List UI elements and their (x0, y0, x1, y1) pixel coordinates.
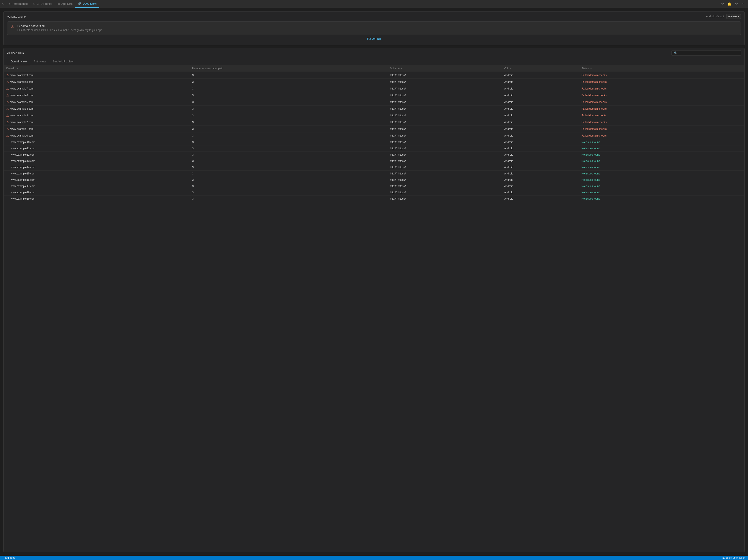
table-row[interactable]: www.example11.com3http://, https://Andro… (4, 145, 744, 151)
domain-value: www.example9.com (10, 74, 33, 77)
cell-domain: ⚠www.example7.com (4, 85, 190, 92)
cell-os: Android (501, 151, 579, 158)
error-icon: ⚠ (6, 107, 9, 111)
cell-domain: www.example14.com (4, 164, 190, 170)
settings-button[interactable]: ⚙ (719, 1, 725, 7)
table-row[interactable]: www.example10.com3http://, https://Andro… (4, 139, 744, 145)
error-icon: ⚠ (6, 134, 9, 137)
table-row[interactable]: www.example13.com3http://, https://Andro… (4, 158, 744, 164)
table-row[interactable]: ⚠www.example4.com3http://, https://Andro… (4, 105, 744, 112)
read-docs-link[interactable]: Read docs (3, 556, 15, 559)
col-status[interactable]: Status ▾ (579, 65, 744, 72)
cell-status: No issues found (579, 177, 744, 183)
cell-domain: ⚠www.example2.com (4, 119, 190, 125)
cell-os: Android (501, 183, 579, 189)
table-header: Domain ▾ Number of associated path Schem… (4, 65, 744, 72)
error-icon: ⚠ (6, 127, 9, 131)
error-icon: ⚠ (6, 120, 9, 124)
domain-value: www.example15.com (10, 172, 35, 175)
cell-paths: 3 (190, 132, 388, 139)
deep-links-header: All deep links 🔍 (4, 48, 744, 58)
config-button[interactable]: ⚙ (733, 1, 739, 7)
cell-scheme: http://, https:// (388, 112, 501, 119)
cell-paths: 3 (190, 112, 388, 119)
cell-scheme: http://, https:// (388, 195, 501, 202)
nav-tab-performance-label: Performance (12, 2, 28, 5)
notifications-button[interactable]: 🔔 (726, 1, 732, 7)
cell-status: Failed domain checks (579, 99, 744, 105)
nav-tab-app-size[interactable]: ▭ App Size (55, 0, 75, 7)
cell-os: Android (501, 78, 579, 85)
cell-domain: www.example16.com (4, 177, 190, 183)
fix-domain-button[interactable]: Fix domain (7, 35, 741, 43)
nav-tab-cpu-profiler[interactable]: ◎ CPU Profiler (30, 0, 55, 7)
col-domain[interactable]: Domain ▾ (4, 65, 190, 72)
home-icon[interactable]: ⌂ (2, 2, 4, 6)
tab-path-view[interactable]: Path view (30, 58, 49, 65)
warning-title: 10 domain not verified (17, 24, 103, 27)
col-scheme[interactable]: Scheme ▾ (388, 65, 501, 72)
nav-tab-performance[interactable]: ↑ Performance (6, 0, 30, 7)
table-row[interactable]: www.example15.com3http://, https://Andro… (4, 170, 744, 177)
table-row[interactable]: ⚠www.example6.com3http://, https://Andro… (4, 92, 744, 99)
cell-os: Android (501, 145, 579, 151)
table-row[interactable]: www.example16.com3http://, https://Andro… (4, 177, 744, 183)
table-row[interactable]: www.example12.com3http://, https://Andro… (4, 151, 744, 158)
nav-tab-deep-links-label: Deep Links (83, 2, 97, 5)
nav-icons: ⚙ 🔔 ⚙ ? (719, 1, 746, 7)
table-row[interactable]: ⚠www.example3.com3http://, https://Andro… (4, 112, 744, 119)
cell-scheme: http://, https:// (388, 158, 501, 164)
cell-os: Android (501, 170, 579, 177)
os-sort-icon: ▾ (510, 67, 511, 70)
cell-status: Failed domain checks (579, 112, 744, 119)
deep-links-icon: 🔗 (78, 2, 81, 5)
table-row[interactable]: www.example17.com3http://, https://Andro… (4, 183, 744, 189)
cell-domain: ⚠www.example1.com (4, 125, 190, 132)
domain-value: www.example5.com (10, 100, 33, 103)
table-row[interactable]: ⚠www.example2.com3http://, https://Andro… (4, 119, 744, 125)
nav-tab-app-size-label: App Size (61, 2, 73, 5)
cell-scheme: http://, https:// (388, 78, 501, 85)
cell-paths: 3 (190, 164, 388, 170)
table-row[interactable]: ⚠www.example1.com3http://, https://Andro… (4, 125, 744, 132)
table-row[interactable]: ⚠www.example9.com3http://, https://Andro… (4, 72, 744, 78)
table-row[interactable]: ⚠www.example8.com3http://, https://Andro… (4, 78, 744, 85)
cell-os: Android (501, 72, 579, 78)
error-icon: ⚠ (6, 87, 9, 90)
table-row[interactable]: ⚠www.example0.com3http://, https://Andro… (4, 132, 744, 139)
domain-value: www.example12.com (10, 153, 35, 156)
cell-domain: www.example19.com (4, 195, 190, 202)
help-button[interactable]: ? (740, 1, 746, 7)
app-size-icon: ▭ (57, 2, 60, 5)
cell-paths: 3 (190, 177, 388, 183)
table-row[interactable]: www.example14.com3http://, https://Andro… (4, 164, 744, 170)
search-input[interactable] (679, 51, 739, 54)
variant-dropdown[interactable]: release ▾ (726, 14, 741, 19)
cell-paths: 3 (190, 85, 388, 92)
performance-icon: ↑ (9, 2, 10, 5)
nav-tab-deep-links[interactable]: 🔗 Deep Links (75, 0, 99, 7)
cell-paths: 3 (190, 105, 388, 112)
search-box[interactable]: 🔍 (672, 50, 741, 56)
cell-scheme: http://, https:// (388, 125, 501, 132)
tab-domain-view[interactable]: Domain view (7, 58, 30, 65)
table-row[interactable]: ⚠www.example7.com3http://, https://Andro… (4, 85, 744, 92)
domain-value: www.example4.com (10, 107, 33, 110)
table-row[interactable]: ⚠www.example5.com3http://, https://Andro… (4, 99, 744, 105)
validate-title: Validate and fix (7, 15, 26, 18)
cell-domain: www.example18.com (4, 189, 190, 195)
tab-single-url-view[interactable]: Single URL view (49, 58, 77, 65)
domain-value: www.example3.com (10, 114, 33, 117)
col-os[interactable]: OS ▾ (501, 65, 579, 72)
cell-paths: 3 (190, 92, 388, 99)
cell-paths: 3 (190, 145, 388, 151)
domain-value: www.example18.com (10, 191, 35, 194)
variant-value: release (728, 15, 737, 18)
table-row[interactable]: www.example19.com3http://, https://Andro… (4, 195, 744, 202)
table-row[interactable]: www.example18.com3http://, https://Andro… (4, 189, 744, 195)
cell-status: Failed domain checks (579, 85, 744, 92)
cell-scheme: http://, https:// (388, 99, 501, 105)
search-icon: 🔍 (674, 51, 677, 54)
deep-links-section: All deep links 🔍 Domain view Path view S… (3, 48, 745, 552)
cell-status: Failed domain checks (579, 132, 744, 139)
